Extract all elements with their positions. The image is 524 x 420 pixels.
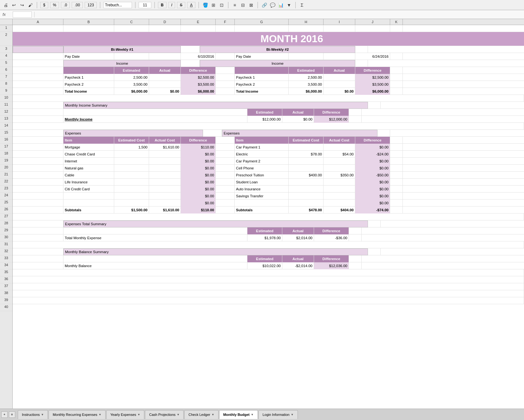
col-header-K[interactable]: K — [390, 19, 403, 25]
cell-D1[interactable] — [149, 25, 181, 32]
format123-btn[interactable]: 123 — [85, 2, 97, 8]
cell-26h[interactable] — [289, 200, 324, 207]
col-header-J[interactable]: J — [355, 19, 390, 25]
cell-span30[interactable] — [63, 227, 247, 234]
chase-est[interactable] — [114, 151, 149, 158]
cell-F22[interactable] — [216, 172, 235, 179]
link-icon[interactable]: 🔗 — [261, 2, 267, 8]
col-header-D[interactable]: D — [149, 19, 181, 25]
cell-B20[interactable] — [13, 158, 63, 165]
tab-cash-projections-dropdown[interactable]: ▼ — [177, 413, 180, 416]
cell-F20[interactable] — [216, 158, 235, 165]
studentloan-est[interactable] — [289, 179, 324, 186]
cell-F4[interactable] — [181, 46, 200, 53]
cell-F16[interactable] — [203, 130, 222, 137]
cell-F25[interactable] — [216, 193, 235, 200]
carpayment1-act[interactable] — [324, 144, 355, 151]
currency-btn[interactable]: $ — [40, 2, 48, 8]
cell-K20[interactable] — [390, 158, 403, 165]
cell-B17[interactable] — [13, 137, 63, 144]
citi-act[interactable] — [149, 186, 181, 193]
cell-K35[interactable] — [349, 262, 362, 269]
tab-add-btn[interactable]: ≡ — [9, 411, 15, 418]
cell-B13[interactable] — [13, 109, 63, 116]
cell-K25[interactable] — [390, 193, 403, 200]
font-selector[interactable] — [103, 2, 132, 8]
cell-K18[interactable] — [390, 144, 403, 151]
paycheck1-act2[interactable] — [324, 74, 355, 81]
tab-cash-projections[interactable]: Cash Projections ▼ — [145, 410, 184, 419]
decimal2-btn[interactable]: .00 — [72, 2, 83, 8]
savingstransfer-est[interactable] — [289, 193, 324, 200]
cell-25d[interactable] — [149, 193, 181, 200]
col-header-E[interactable]: E — [181, 19, 216, 25]
studentloan-act[interactable] — [324, 179, 355, 186]
chart-icon[interactable]: 📊 — [278, 2, 284, 8]
col-header-A[interactable]: A — [13, 19, 63, 25]
cell-F8[interactable] — [216, 74, 235, 81]
font-size-input[interactable] — [139, 2, 151, 8]
col-header-H[interactable]: H — [289, 19, 324, 25]
cell-row39[interactable] — [13, 290, 524, 297]
cell-F23[interactable] — [216, 179, 235, 186]
citi-est[interactable] — [114, 186, 149, 193]
cell-26i[interactable] — [324, 200, 355, 207]
cell-K8[interactable] — [390, 74, 403, 81]
cell-row32[interactable] — [13, 241, 524, 248]
cell-row11[interactable] — [13, 95, 524, 102]
internet-act[interactable] — [149, 158, 181, 165]
tab-instructions[interactable]: Instructions ▼ — [18, 410, 48, 419]
cell-B10[interactable] — [13, 88, 63, 95]
tab-monthly-budget[interactable]: Monthly Budget ▼ — [219, 410, 258, 419]
cell-K10[interactable] — [390, 88, 403, 95]
cell-B18[interactable] — [13, 144, 63, 151]
cell-F17[interactable] — [216, 137, 235, 144]
cell-row28[interactable] — [13, 213, 524, 220]
cell-F24[interactable] — [216, 186, 235, 193]
cell-span34[interactable] — [63, 255, 247, 262]
naturalgas-act[interactable] — [149, 165, 181, 172]
redo-icon[interactable]: ↪ — [19, 2, 25, 8]
col-header-I[interactable]: I — [324, 19, 355, 25]
carpayment2-act[interactable] — [324, 158, 355, 165]
cell-K17[interactable] — [390, 137, 403, 144]
cell-B2b[interactable] — [63, 32, 114, 46]
fill-color-icon[interactable]: 🪣 — [202, 2, 208, 8]
cell-K16[interactable] — [377, 130, 390, 137]
autoinsurance-act[interactable] — [324, 186, 355, 193]
col-header-B[interactable]: B — [63, 19, 114, 25]
cell-B9[interactable] — [13, 81, 63, 88]
cell-B24[interactable] — [13, 186, 63, 193]
cell-B35[interactable] — [13, 262, 63, 269]
cellphone-est[interactable] — [289, 165, 324, 172]
cell-K27[interactable] — [390, 207, 403, 213]
decimal1-btn[interactable]: .0 — [61, 2, 70, 8]
cell-26b[interactable] — [63, 200, 114, 207]
cell-26g[interactable] — [235, 200, 289, 207]
cell-E1[interactable] — [181, 25, 216, 32]
cell-B16[interactable] — [13, 130, 63, 137]
print-icon[interactable]: 🖨 — [3, 2, 9, 8]
cell-I1[interactable] — [324, 25, 355, 32]
cell-J2[interactable] — [403, 32, 524, 46]
italic-btn[interactable]: I — [168, 2, 175, 8]
cell-B2[interactable] — [13, 32, 63, 46]
cell-K14[interactable] — [349, 116, 362, 123]
cell-K23[interactable] — [390, 179, 403, 186]
cell-K22[interactable] — [390, 172, 403, 179]
cell-F1[interactable] — [216, 25, 235, 32]
cell-K26[interactable] — [390, 200, 403, 207]
cell-K7[interactable] — [390, 67, 403, 74]
cell-B33[interactable] — [13, 248, 63, 255]
underline-btn[interactable]: A — [187, 2, 195, 8]
tab-login-info[interactable]: Login Information ▼ — [259, 410, 298, 419]
cell-C2[interactable] — [114, 32, 149, 46]
format-paint-icon[interactable]: 🖌 — [27, 2, 34, 8]
tab-scroll-left-btn[interactable]: + — [1, 411, 8, 418]
filter-icon[interactable]: ▼ — [286, 2, 292, 8]
cell-G1[interactable] — [235, 25, 289, 32]
formula-input[interactable] — [34, 12, 521, 17]
tab-login-info-dropdown[interactable]: ▼ — [291, 413, 294, 416]
cell-row40[interactable] — [13, 297, 524, 304]
merge-icon[interactable]: ⊡ — [219, 2, 225, 8]
